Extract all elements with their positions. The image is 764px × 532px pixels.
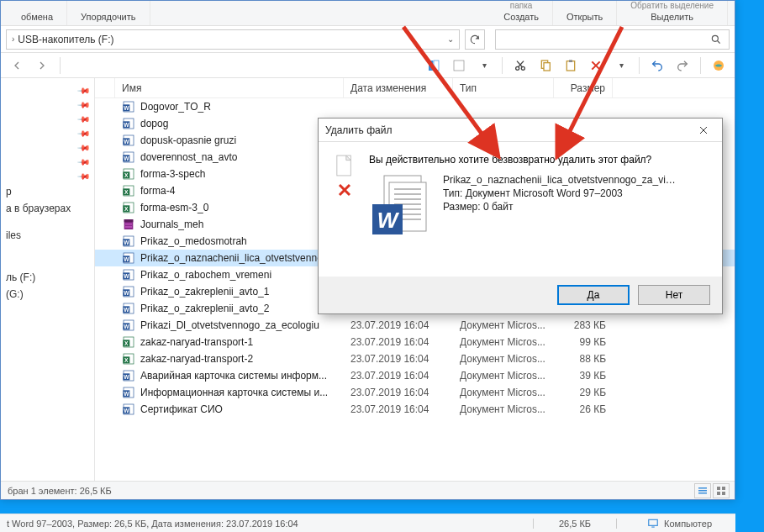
svg-rect-75 xyxy=(717,492,720,495)
file-type: Документ Micros... xyxy=(453,319,554,331)
pin-icon: 📌 xyxy=(77,169,91,182)
details-left: t Word 97–2003, Размер: 26,5 КБ, Дата из… xyxy=(7,519,298,529)
file-date: 23.07.2019 16:04 xyxy=(344,319,453,331)
svg-text:X: X xyxy=(124,357,129,363)
status-selection: бран 1 элемент: 26,5 КБ xyxy=(8,486,112,496)
sidebar-item[interactable]: 📌 xyxy=(1,140,94,155)
file-type-icon: W xyxy=(122,100,135,113)
dialog-filename: Prikaz_o_naznachenii_lica_otvetstvennogo… xyxy=(443,174,678,186)
tool-undo-button[interactable] xyxy=(646,56,668,75)
file-row[interactable]: WСертификат СИО23.07.2019 16:04Документ … xyxy=(95,401,735,418)
word-doc-icon: W xyxy=(369,174,429,245)
sidebar-item[interactable]: iles xyxy=(1,227,94,244)
sidebar-item[interactable]: 📌 xyxy=(1,169,94,183)
svg-line-91 xyxy=(403,27,496,153)
view-icons-button[interactable] xyxy=(713,483,730,498)
svg-text:X: X xyxy=(124,340,129,346)
file-row[interactable]: Xzakaz-naryad-transport-223.07.2019 16:0… xyxy=(95,350,735,367)
svg-text:W: W xyxy=(124,290,129,296)
details-right: Компьютер xyxy=(664,519,712,529)
sidebar-item[interactable]: 📌 xyxy=(1,155,94,169)
sidebar-item[interactable]: 📌 xyxy=(1,83,94,97)
file-type-icon: X xyxy=(122,167,135,181)
file-row[interactable]: WИнформационная карточка системы и...23.… xyxy=(95,384,735,401)
file-size: 26 КБ xyxy=(554,403,613,415)
file-type-icon: X xyxy=(122,352,135,366)
sidebar-item[interactable]: 📌 xyxy=(1,126,94,140)
file-name: dopog xyxy=(140,118,168,129)
nav-back-button[interactable] xyxy=(6,56,28,75)
dialog-titlebar[interactable]: Удалить файл xyxy=(319,119,722,142)
nav-fwd-button[interactable] xyxy=(31,56,53,75)
no-button[interactable]: Нет xyxy=(638,285,710,305)
file-icon xyxy=(335,154,354,177)
details-mid: 26,5 КБ xyxy=(533,519,617,529)
yes-button[interactable]: Да xyxy=(557,285,630,305)
file-size: 29 КБ xyxy=(554,387,613,398)
svg-rect-36 xyxy=(125,226,132,228)
breadcrumb-path[interactable]: USB-накопитель (F:) xyxy=(18,34,113,45)
file-name: Prikaz_o_naznachenii_lica_otvetstvennog.… xyxy=(140,252,336,264)
dialog-title: Удалить файл xyxy=(325,124,392,136)
svg-point-0 xyxy=(712,35,718,41)
file-date: 23.07.2019 16:04 xyxy=(344,353,453,365)
delete-x-icon xyxy=(337,182,352,198)
file-type-icon: W xyxy=(122,268,135,282)
pin-icon: 📌 xyxy=(77,112,91,125)
sidebar[interactable]: 📌📌📌📌📌📌📌ра в браузерахilesль (F:)(G:) xyxy=(1,78,95,481)
dialog-close-button[interactable] xyxy=(692,122,715,139)
tool-app-button[interactable] xyxy=(708,56,730,75)
svg-rect-71 xyxy=(698,490,707,492)
sidebar-item[interactable]: 📌 xyxy=(1,97,94,112)
file-name: Prikaz_o_zakreplenii_avto_1 xyxy=(140,286,269,298)
view-details-button[interactable] xyxy=(694,483,711,498)
file-type-icon: W xyxy=(122,369,135,382)
file-name: forma-esm-3_0 xyxy=(140,202,208,213)
ribbon-label-select: Выделить xyxy=(651,12,693,22)
pin-icon: 📌 xyxy=(77,126,91,140)
file-row[interactable]: Xzakaz-naryad-transport-123.07.2019 16:0… xyxy=(95,334,735,350)
close-icon xyxy=(698,125,709,135)
file-type-icon: W xyxy=(122,319,135,332)
file-type: Документ Micros... xyxy=(453,353,554,365)
file-size: 88 КБ xyxy=(554,353,613,365)
computer-icon xyxy=(647,518,659,529)
sidebar-item[interactable]: а в браузерах xyxy=(1,200,94,217)
address-input[interactable]: › USB-накопитель (F:) ⌄ xyxy=(6,29,460,50)
svg-rect-74 xyxy=(722,487,725,490)
ribbon-label-invert: Обратить выделение xyxy=(630,1,714,10)
file-type-icon: W xyxy=(122,386,135,399)
file-row[interactable]: WАварийная карточка системы информ...23.… xyxy=(95,367,735,384)
sidebar-item[interactable]: (G:) xyxy=(1,286,94,303)
svg-text:W: W xyxy=(377,208,400,233)
svg-text:X: X xyxy=(124,206,129,212)
breadcrumb-chevron-icon: › xyxy=(12,34,14,44)
dialog-body: Вы действительно хотите безвозвратно уда… xyxy=(319,142,722,277)
ribbon-label-folder: папка xyxy=(510,1,533,10)
ribbon-group-organize[interactable]: Упорядочить xyxy=(67,1,150,25)
file-type: Документ Micros... xyxy=(453,403,554,415)
file-name: forma-3-spech xyxy=(140,168,205,180)
sidebar-item[interactable]: ль (F:) xyxy=(1,269,94,286)
pin-column-header[interactable] xyxy=(95,78,115,97)
file-name: Prikaz_o_rabochem_vremeni xyxy=(140,269,271,281)
ribbon-group-select[interactable]: Обратить выделение Выделить xyxy=(617,1,728,25)
file-name: zakaz-naryad-transport-2 xyxy=(140,353,253,365)
dialog-buttons: Да Нет xyxy=(319,277,722,313)
annotation-arrow-2 xyxy=(538,18,630,173)
tool-redo-button[interactable] xyxy=(672,56,693,75)
ribbon-group-clipboard[interactable]: обмена xyxy=(8,1,67,25)
sidebar-item[interactable]: р xyxy=(1,183,94,200)
svg-text:W: W xyxy=(124,155,129,161)
svg-rect-70 xyxy=(698,487,707,489)
status-bar: бран 1 элемент: 26,5 КБ xyxy=(1,481,735,499)
file-name: dopusk-opasnie gruzi xyxy=(140,134,236,146)
pin-icon: 📌 xyxy=(77,155,91,168)
file-row[interactable]: WPrikazi_Dl_otvetstvennogo_za_ecologiu23… xyxy=(95,317,735,334)
svg-rect-34 xyxy=(124,219,134,222)
file-date: 23.07.2019 16:04 xyxy=(344,387,453,398)
name-column-header[interactable]: Имя xyxy=(115,78,344,97)
sidebar-item[interactable]: 📌 xyxy=(1,112,94,126)
file-name: forma-4 xyxy=(140,185,175,197)
search-icon xyxy=(710,34,722,45)
